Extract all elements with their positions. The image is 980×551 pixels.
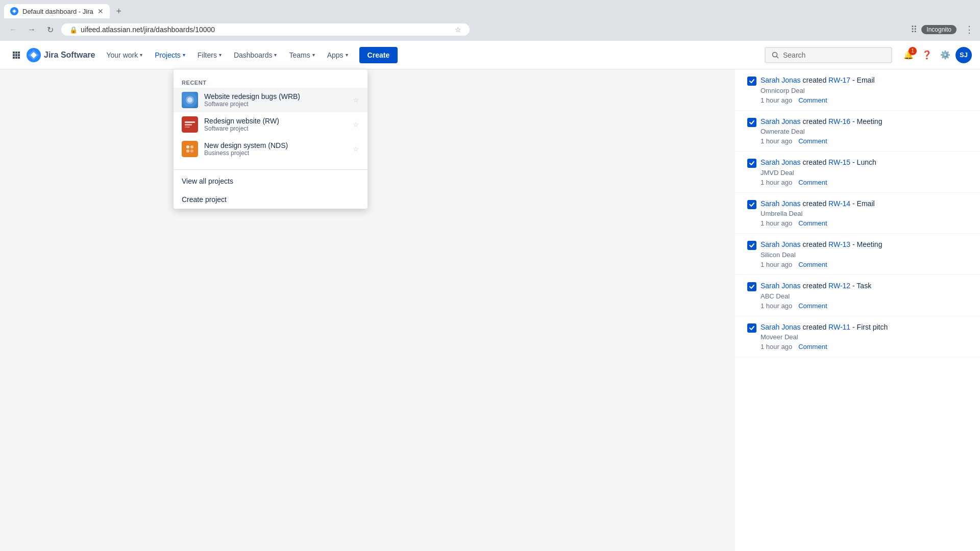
url-text: uifeed.atlassian.net/jira/dashboards/100… [81,26,215,34]
jira-nav: Jira Software Your work ▾ Projects ▾ Fil… [0,41,980,69]
rw-project-info: Redesign website (RW) Software project [204,117,279,132]
reload-button[interactable]: ↻ [43,22,57,37]
activity-main: Sarah Jonas created RW-16 - Meeting [761,117,968,127]
create-project-link[interactable]: Create project [174,190,368,209]
dashboards-nav[interactable]: Dashboards ▾ [229,48,282,62]
view-all-projects-link[interactable]: View all projects [174,172,368,190]
activity-time: 1 hour ago [761,302,792,310]
nds-icon-svg [183,142,197,156]
activity-user-link[interactable]: Sarah Jonas [761,282,801,290]
waffle-menu-button[interactable] [8,47,24,63]
activity-user-link[interactable]: Sarah Jonas [761,117,801,126]
activity-item-name: First pitch [857,323,888,331]
activity-item-link[interactable]: RW-17 [828,76,850,84]
create-button[interactable]: Create [359,47,398,63]
activity-item-name: Email [857,199,875,208]
apps-nav[interactable]: Apps ▾ [322,48,353,62]
activity-user-link[interactable]: Sarah Jonas [761,158,801,166]
activity-meta: 1 hour ago Comment [761,179,968,186]
activity-meta: 1 hour ago Comment [761,343,968,350]
activity-action: created [803,240,829,248]
svg-point-24 [190,149,193,153]
check-icon [749,160,755,166]
activity-checkbox[interactable] [747,159,756,168]
jira-favicon [10,7,18,15]
activity-item-link[interactable]: RW-12 [828,282,850,290]
rw-project-type: Software project [204,125,279,132]
user-avatar[interactable]: SJ [955,47,972,63]
activity-checkbox[interactable] [747,241,756,250]
svg-rect-18 [185,124,192,126]
activity-time: 1 hour ago [761,179,792,186]
rw-star-button[interactable]: ☆ [353,120,359,129]
activity-checkbox[interactable] [747,323,756,333]
svg-rect-7 [13,57,15,59]
activity-comment-link[interactable]: Comment [798,261,827,268]
teams-chevron: ▾ [312,52,315,58]
activity-comment-link[interactable]: Comment [798,137,827,145]
activity-meta: 1 hour ago Comment [761,219,968,227]
activity-item-link[interactable]: RW-14 [828,199,850,208]
active-tab[interactable]: Default dashboard - Jira ✕ [4,4,110,18]
activity-user-link[interactable]: Sarah Jonas [761,76,801,84]
filters-chevron: ▾ [219,52,222,58]
settings-button[interactable]: ⚙️ [937,47,953,63]
activity-user-link[interactable]: Sarah Jonas [761,240,801,248]
activity-comment-link[interactable]: Comment [798,179,827,186]
activity-item-link[interactable]: RW-16 [828,117,850,126]
project-item-wrb[interactable]: Website redesign bugs (WRB) Software pro… [174,88,368,112]
help-button[interactable]: ❓ [919,47,935,63]
activity-comment-link[interactable]: Comment [798,302,827,310]
browser-menu-button[interactable]: ⋮ [965,24,974,35]
activity-meta: 1 hour ago Comment [761,96,968,104]
activity-comment-link[interactable]: Comment [798,219,827,227]
activity-time: 1 hour ago [761,96,792,104]
activity-item-name: Meeting [857,117,883,126]
activity-sub: JMVD Deal [761,169,968,177]
search-box[interactable]: Search [765,47,892,63]
activity-item-link[interactable]: RW-11 [828,323,850,331]
svg-rect-3 [18,52,20,54]
activity-checkbox[interactable] [747,200,756,209]
project-item-rw[interactable]: Redesign website (RW) Software project ☆ [174,112,368,137]
extensions-button[interactable]: ⠿ [911,24,917,35]
activity-checkbox[interactable] [747,118,756,127]
filters-nav[interactable]: Filters ▾ [192,48,227,62]
forward-button[interactable]: → [24,22,39,37]
project-item-nds[interactable]: New design system (NDS) Business project… [174,137,368,161]
wrb-star-button[interactable]: ☆ [353,96,359,104]
jira-logo[interactable]: Jira Software [27,48,95,62]
activity-item: Sarah Jonas created RW-13 - Meeting Sili… [735,234,980,275]
browser-controls: ← → ↻ 🔒 uifeed.atlassian.net/jira/dashbo… [0,18,980,41]
tab-close-button[interactable]: ✕ [97,7,104,15]
activity-content: Sarah Jonas created RW-15 - Lunch JMVD D… [761,158,968,186]
svg-point-15 [187,97,192,103]
wrb-icon-svg [183,93,197,107]
activity-item-link[interactable]: RW-15 [828,158,850,166]
activity-item: Sarah Jonas created RW-12 - Task ABC Dea… [735,275,980,316]
teams-nav[interactable]: Teams ▾ [284,48,320,62]
activity-separator: - [852,76,857,84]
nds-star-button[interactable]: ☆ [353,145,359,153]
activity-separator: - [852,158,857,166]
notifications-button[interactable]: 🔔 1 [900,47,917,63]
activity-item-link[interactable]: RW-13 [828,240,850,248]
activity-user-link[interactable]: Sarah Jonas [761,199,801,208]
back-button[interactable]: ← [6,22,20,37]
activity-checkbox[interactable] [747,282,756,291]
activity-user-link[interactable]: Sarah Jonas [761,323,801,331]
browser-chrome: Default dashboard - Jira ✕ + ← → ↻ 🔒 uif… [0,0,980,41]
jira-logo-icon [27,48,41,62]
new-tab-button[interactable]: + [112,4,126,18]
activity-comment-link[interactable]: Comment [798,96,827,104]
check-icon [749,119,755,126]
tab-title: Default dashboard - Jira [22,8,93,15]
projects-chevron: ▾ [183,52,185,58]
activity-meta: 1 hour ago Comment [761,302,968,310]
activity-checkbox[interactable] [747,77,756,86]
address-bar[interactable]: 🔒 uifeed.atlassian.net/jira/dashboards/1… [61,23,470,36]
projects-nav[interactable]: Projects ▾ [150,48,190,62]
your-work-nav[interactable]: Your work ▾ [101,48,148,62]
activity-time: 1 hour ago [761,261,792,268]
activity-comment-link[interactable]: Comment [798,343,827,350]
